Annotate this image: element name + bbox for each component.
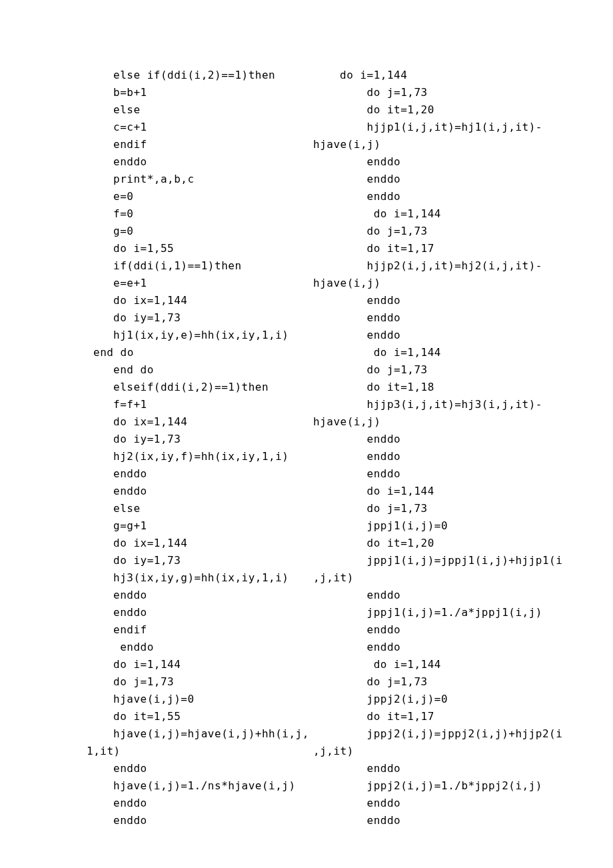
code-line: jppj2(i,j)=jppj2(i,j)+hjjp2(i	[313, 725, 613, 743]
code-line: do i=1,144	[313, 344, 613, 361]
code-line: do it=1,17	[313, 708, 613, 725]
code-line: enddo	[313, 760, 613, 777]
code-line: do i=1,144	[313, 205, 613, 223]
code-line: enddo	[87, 483, 306, 500]
right-column: do i=1,144 do j=1,73 do it=1,20 hjjp1(i,…	[306, 67, 613, 829]
code-line: enddo	[87, 760, 306, 777]
code-line: enddo	[313, 327, 613, 344]
code-line: enddo	[313, 448, 613, 465]
code-line: do ix=1,144	[87, 413, 306, 431]
code-line: do ix=1,144	[87, 292, 306, 309]
code-line: enddo	[313, 309, 613, 327]
code-line: do ix=1,144	[87, 535, 306, 552]
code-line: do j=1,73	[313, 673, 613, 691]
code-line: hjave(i,j)	[313, 136, 613, 153]
code-line: enddo	[313, 812, 613, 829]
code-line: if(ddi(i,1)==1)then	[87, 257, 306, 275]
code-line: hjjp1(i,j,it)=hj1(i,j,it)-	[313, 119, 613, 136]
code-line: enddo	[313, 292, 613, 309]
code-line: do j=1,73	[313, 361, 613, 379]
code-line: enddo	[313, 587, 613, 604]
code-line: e=0	[87, 188, 306, 205]
code-line: e=e+1	[87, 275, 306, 292]
code-line: ,j,it)	[313, 569, 613, 587]
code-line: end do	[87, 344, 306, 361]
code-line: enddo	[87, 153, 306, 171]
code-line: do i=1,55	[87, 240, 306, 257]
code-line: end do	[87, 361, 306, 379]
code-line: g=g+1	[87, 517, 306, 535]
code-line: do j=1,73	[87, 673, 306, 691]
code-line: enddo	[313, 621, 613, 639]
code-line: hjave(i,j)	[313, 413, 613, 431]
code-line: do j=1,73	[313, 223, 613, 240]
code-line: hjjp3(i,j,it)=hj3(i,j,it)-	[313, 396, 613, 413]
code-line: hjave(i,j)=0	[87, 691, 306, 708]
code-page: else if(ddi(i,2)==1)thenb=b+1elsec=c+1en…	[0, 67, 613, 829]
code-line: do it=1,20	[313, 535, 613, 552]
left-column: else if(ddi(i,2)==1)thenb=b+1elsec=c+1en…	[0, 67, 306, 829]
code-line: b=b+1	[87, 84, 306, 101]
code-line: enddo	[87, 639, 306, 656]
code-line: enddo	[313, 153, 613, 171]
code-line: enddo	[313, 431, 613, 448]
code-line: enddo	[313, 639, 613, 656]
code-line: enddo	[313, 188, 613, 205]
code-line: hj1(ix,iy,e)=hh(ix,iy,1,i)	[87, 327, 306, 344]
code-line: do i=1,144	[313, 656, 613, 673]
code-line: f=f+1	[87, 396, 306, 413]
code-line: enddo	[313, 465, 613, 483]
code-line: enddo	[87, 465, 306, 483]
code-line: jppj1(i,j)=1./a*jppj1(i,j)	[313, 604, 613, 621]
code-line: enddo	[87, 795, 306, 812]
code-line: jppj1(i,j)=jppj1(i,j)+hjjp1(i	[313, 552, 613, 569]
code-line: do it=1,17	[313, 240, 613, 257]
code-line: do j=1,73	[313, 84, 613, 101]
code-line: jppj2(i,j)=0	[313, 691, 613, 708]
code-line: else	[87, 101, 306, 119]
code-line: elseif(ddi(i,2)==1)then	[87, 379, 306, 396]
code-line: hjjp2(i,j,it)=hj2(i,j,it)-	[313, 257, 613, 275]
code-line: enddo	[313, 795, 613, 812]
code-line: do i=1,144	[313, 483, 613, 500]
code-line: hj2(ix,iy,f)=hh(ix,iy,1,i)	[87, 448, 306, 465]
code-line: endif	[87, 136, 306, 153]
code-line: do it=1,55	[87, 708, 306, 725]
code-line: 1,it)	[87, 743, 306, 760]
code-line: do iy=1,73	[87, 431, 306, 448]
code-line: do iy=1,73	[87, 552, 306, 569]
code-line: do i=1,144	[87, 656, 306, 673]
code-line: g=0	[87, 223, 306, 240]
code-line: print*,a,b,c	[87, 171, 306, 188]
code-line: else if(ddi(i,2)==1)then	[87, 67, 306, 84]
code-line: do j=1,73	[313, 500, 613, 517]
code-line: hj3(ix,iy,g)=hh(ix,iy,1,i)	[87, 569, 306, 587]
code-line: f=0	[87, 205, 306, 223]
code-line: do iy=1,73	[87, 309, 306, 327]
code-line: jppj2(i,j)=1./b*jppj2(i,j)	[313, 777, 613, 795]
code-line: ,j,it)	[313, 743, 613, 760]
code-line: hjave(i,j)=hjave(i,j)+hh(i,j,	[87, 725, 306, 743]
code-line: hjave(i,j)	[313, 275, 613, 292]
code-line: else	[87, 500, 306, 517]
code-line: enddo	[87, 587, 306, 604]
code-line: c=c+1	[87, 119, 306, 136]
code-line: do it=1,20	[313, 101, 613, 119]
code-line: enddo	[87, 604, 306, 621]
code-line: do i=1,144	[313, 67, 613, 84]
code-line: enddo	[87, 812, 306, 829]
code-line: endif	[87, 621, 306, 639]
code-line: jppj1(i,j)=0	[313, 517, 613, 535]
code-line: enddo	[313, 171, 613, 188]
code-line: hjave(i,j)=1./ns*hjave(i,j)	[87, 777, 306, 795]
code-line: do it=1,18	[313, 379, 613, 396]
